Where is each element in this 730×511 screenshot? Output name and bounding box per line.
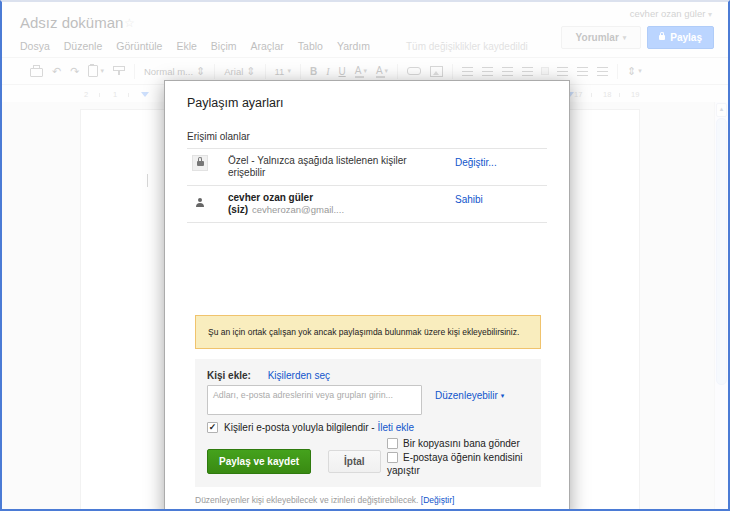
send-copy-checkbox[interactable]	[387, 438, 398, 449]
cancel-button[interactable]: İptal	[328, 450, 381, 473]
add-message-link[interactable]: İleti ekle	[377, 422, 414, 433]
add-people-panel: Kişi ekle: Kişilerden seç Düzenleyebilir…	[195, 359, 541, 487]
permission-dropdown[interactable]: Düzenleyebilir ▾	[435, 390, 504, 401]
invite-people-input[interactable]	[207, 385, 422, 415]
choose-from-contacts-link[interactable]: Kişilerden seç	[268, 370, 330, 381]
access-list: Özel - Yalnızca aşağıda listelenen kişil…	[187, 148, 547, 223]
visibility-text: Özel - Yalnızca aşağıda listelenen kişil…	[228, 155, 428, 179]
email-options: Bir kopyasını bana gönder E-postaya öğen…	[387, 437, 549, 478]
dialog-spacer	[187, 223, 547, 315]
access-row-visibility: Özel - Yalnızca aşağıda listelenen kişil…	[187, 149, 547, 186]
paste-item-label: E-postaya öğenin kendisini yapıştır	[387, 452, 523, 476]
owner-email: cevherozan@gmail....	[252, 204, 344, 215]
chevron-down-icon: ▾	[501, 392, 505, 400]
change-visibility-link[interactable]: Değiştir...	[455, 155, 547, 168]
owner-text: cevher ozan güler (siz)cevherozan@gmail.…	[228, 192, 428, 216]
person-icon-box	[192, 192, 208, 208]
permission-value: Düzenleyebilir	[435, 390, 498, 401]
lock-icon-box	[192, 155, 208, 171]
notify-label: Kişileri e-posta yoluyla bilgilendir -	[224, 422, 375, 433]
sharing-settings-dialog: Paylaşım ayarları Erişimi olanlar Özel -…	[164, 80, 570, 511]
notify-checkbox[interactable]: ✓	[207, 422, 218, 433]
change-editors-permission-link[interactable]: [Değiştir]	[421, 495, 455, 505]
send-copy-option: Bir kopyasını bana gönder	[387, 437, 549, 450]
no-collaborators-notice: Şu an için ortak çalışan yok ancak payla…	[195, 315, 541, 349]
dialog-footer: Düzenleyenler kişi ekleyebilecek ve izin…	[195, 495, 547, 505]
add-people-row: Kişi ekle: Kişilerden seç	[207, 370, 529, 381]
send-copy-label: Bir kopyasını bana gönder	[403, 438, 520, 449]
share-save-button[interactable]: Paylaş ve kaydet	[207, 449, 311, 474]
access-row-owner: cevher ozan güler (siz)cevherozan@gmail.…	[187, 186, 547, 223]
invite-input-row: Düzenleyebilir ▾	[207, 385, 529, 415]
dialog-title: Paylaşım ayarları	[187, 96, 547, 110]
add-people-label: Kişi ekle:	[207, 370, 251, 381]
lock-icon	[197, 161, 204, 166]
paste-item-option: E-postaya öğenin kendisini yapıştır	[387, 451, 549, 477]
access-section-label: Erişimi olanlar	[187, 131, 547, 142]
paste-item-checkbox[interactable]	[387, 452, 398, 463]
owner-role-link[interactable]: Sahibi	[455, 192, 547, 205]
editors-permission-text: Düzenleyenler kişi ekleyebilecek ve izin…	[195, 495, 418, 505]
notify-row: ✓ Kişileri e-posta yoluyla bilgilendir -…	[207, 422, 529, 433]
person-icon	[196, 203, 204, 207]
